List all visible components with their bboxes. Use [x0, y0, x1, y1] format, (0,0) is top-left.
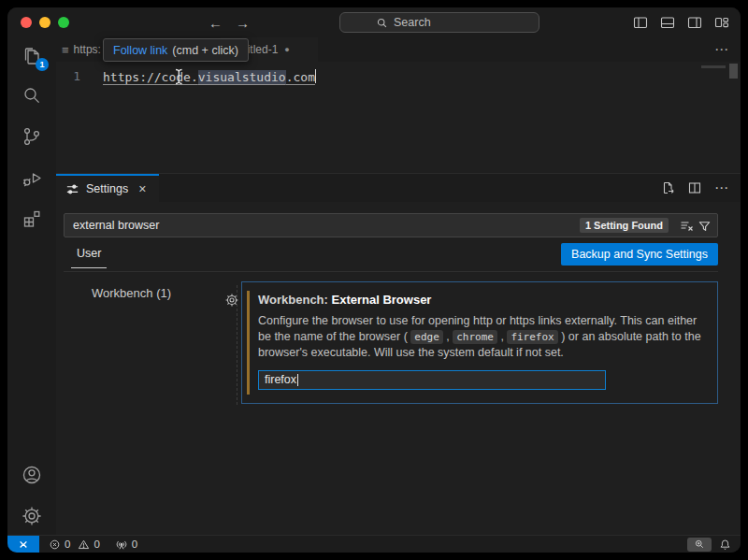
- zoom-indicator[interactable]: [687, 538, 712, 552]
- editor-caret: [315, 69, 317, 83]
- option-chip-edge: edge: [410, 330, 443, 344]
- maximize-window-button[interactable]: [58, 17, 69, 28]
- settings-scope-row: User Backup and Sync Settings: [64, 237, 718, 272]
- code-line-1: 1 https://code.visualstudio.com: [56, 67, 741, 85]
- warning-count: 0: [94, 538, 99, 550]
- follow-link-tooltip: Follow link (cmd + click): [103, 38, 249, 62]
- results-count-badge: 1 Setting Found: [580, 218, 669, 233]
- file-icon: ≡: [62, 43, 69, 57]
- option-chip-chrome: chrome: [453, 330, 497, 344]
- follow-link-action[interactable]: Follow link: [113, 44, 167, 57]
- customize-layout-icon[interactable]: [714, 15, 729, 30]
- editor-more-actions-icon[interactable]: ⋯: [714, 37, 729, 62]
- settings-tab-label: Settings: [86, 182, 128, 195]
- external-browser-input[interactable]: firefox: [258, 370, 606, 390]
- settings-search-value: external browser: [73, 219, 580, 232]
- toggle-panel-icon[interactable]: [660, 15, 675, 30]
- error-icon: [49, 538, 61, 551]
- history-navigation: ← →: [209, 7, 250, 37]
- command-center-label: Search: [394, 16, 431, 29]
- clear-search-filters-icon[interactable]: [679, 218, 694, 233]
- panel-more-actions-icon[interactable]: ⋯: [714, 179, 729, 196]
- settings-panel-group: Settings ×: [56, 173, 741, 535]
- main-row: 1: [7, 37, 741, 535]
- settings-editor-body: external browser 1 Setting Found: [56, 202, 741, 535]
- extensions-icon[interactable]: [21, 208, 43, 230]
- problems-indicator[interactable]: 0 0: [49, 538, 100, 551]
- layout-controls: [633, 7, 729, 37]
- run-debug-icon[interactable]: [21, 166, 43, 189]
- follow-link-hint: (cmd + click): [172, 44, 238, 57]
- screenshot-stage: ← → Search: [0, 0, 748, 560]
- filter-funnel-icon[interactable]: [698, 219, 712, 233]
- editor-group: ≡ https: Untitled-1 ● ⋯ Follow link (cmd…: [56, 37, 741, 173]
- ports-indicator[interactable]: 0: [115, 538, 137, 551]
- remote-indicator[interactable]: [7, 536, 39, 553]
- accounts-icon[interactable]: [21, 464, 43, 486]
- backup-sync-settings-button[interactable]: Backup and Sync Settings: [561, 243, 718, 266]
- radio-tower-icon: [115, 538, 128, 551]
- toc-item-workbench[interactable]: Workbench (1): [92, 286, 171, 300]
- toggle-sidebar-icon[interactable]: [633, 15, 648, 30]
- setting-title: Workbench: External Browser: [258, 293, 704, 307]
- option-chip-firefox: firefox: [507, 330, 557, 344]
- url-link-text[interactable]: https://code.visualstudio.com: [103, 69, 316, 84]
- settings-content: Workbench (1) Workbench: External: [64, 272, 718, 535]
- settings-tabstrip: Settings ×: [56, 174, 741, 202]
- source-control-icon[interactable]: [21, 125, 43, 148]
- command-center-search[interactable]: Search: [339, 12, 539, 33]
- explorer-icon[interactable]: 1: [21, 45, 43, 67]
- error-count: 0: [65, 538, 70, 550]
- explorer-badge: 1: [36, 58, 49, 71]
- minimize-window-button[interactable]: [39, 17, 50, 28]
- settings-sliders-icon: [65, 182, 79, 196]
- external-browser-value: firefox: [265, 373, 296, 386]
- close-tab-icon[interactable]: ×: [138, 181, 146, 196]
- notifications-bell-icon[interactable]: [719, 538, 731, 551]
- macos-traffic-lights: [21, 17, 69, 28]
- modified-indicator-bar: [247, 291, 250, 395]
- open-settings-json-icon[interactable]: [660, 180, 675, 195]
- tab-settings[interactable]: Settings ×: [56, 174, 159, 202]
- settings-search-input[interactable]: external browser 1 Setting Found: [64, 213, 718, 237]
- forward-icon[interactable]: →: [236, 15, 250, 31]
- text-cursor-pointer-icon: [174, 68, 184, 85]
- warning-icon: [78, 538, 90, 551]
- close-window-button[interactable]: [21, 17, 32, 28]
- line-number: 1: [56, 69, 80, 83]
- input-caret: [297, 374, 298, 386]
- toggle-secondary-sidebar-icon[interactable]: [687, 15, 702, 30]
- tab-url-label: https:: [74, 43, 101, 56]
- ports-count: 0: [132, 538, 137, 550]
- split-editor-icon[interactable]: [687, 180, 702, 195]
- editor-scrollbar[interactable]: [729, 64, 738, 79]
- setting-card-external-browser: Workbench: External Browser Configure th…: [241, 281, 718, 404]
- search-view-icon[interactable]: [21, 84, 43, 107]
- status-bar-right: [687, 536, 741, 553]
- activity-bar: 1: [7, 37, 56, 535]
- editor-body[interactable]: 1 https://code.visualstudio.com: [56, 62, 741, 173]
- status-bar: 0 0 0: [7, 535, 741, 553]
- settings-editor-actions: ⋯: [660, 174, 729, 202]
- editor-column: ≡ https: Untitled-1 ● ⋯ Follow link (cmd…: [56, 37, 741, 535]
- back-icon[interactable]: ←: [209, 15, 223, 31]
- tab-url-preview[interactable]: ≡ https:: [62, 37, 101, 62]
- titlebar: ← → Search: [7, 7, 741, 37]
- vscode-window: ← → Search: [7, 7, 741, 553]
- search-icon: [376, 17, 388, 29]
- setting-description: Configure the browser to use for opening…: [258, 313, 704, 361]
- scope-tab-user[interactable]: User: [71, 244, 107, 268]
- setting-actions-gear-icon[interactable]: [224, 293, 239, 308]
- modified-dot-icon: ●: [284, 46, 289, 54]
- minimap: [701, 65, 726, 68]
- settings-gear-icon[interactable]: [21, 505, 43, 527]
